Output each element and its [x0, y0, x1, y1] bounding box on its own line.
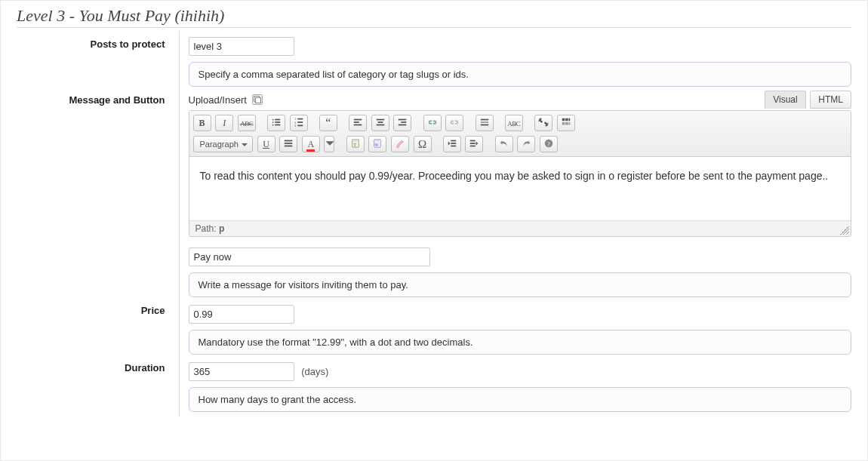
svg-rect-42: [470, 140, 476, 142]
svg-rect-31: [285, 143, 293, 144]
svg-rect-25: [565, 118, 568, 121]
svg-rect-11: [297, 125, 303, 127]
posts-to-protect-hint: Specify a comma separated list of catego…: [189, 62, 852, 87]
svg-rect-39: [451, 140, 456, 142]
svg-rect-7: [297, 118, 303, 120]
duration-unit: (days): [301, 366, 328, 377]
svg-rect-15: [377, 119, 385, 121]
editor-toolbar: B I ABC 123 “: [189, 111, 851, 157]
editor-content[interactable]: To read this content you should pay 0.99…: [189, 157, 851, 220]
page-title: Level 3 - You Must Pay (ihihih): [17, 6, 851, 28]
svg-rect-23: [480, 124, 488, 126]
message-hint: Write a message for visitors inviting th…: [189, 272, 852, 297]
paste-text-icon[interactable]: T: [346, 136, 365, 152]
insert-more-icon[interactable]: [476, 115, 494, 131]
blockquote-icon[interactable]: “: [319, 115, 337, 131]
svg-text:3: 3: [294, 124, 297, 128]
tab-visual[interactable]: Visual: [765, 91, 805, 109]
undo-icon[interactable]: [495, 136, 513, 152]
svg-rect-28: [565, 122, 568, 125]
svg-rect-34: [353, 139, 357, 141]
svg-rect-22: [480, 121, 488, 123]
svg-rect-12: [354, 119, 362, 121]
special-char-icon[interactable]: Ω: [414, 136, 432, 152]
svg-rect-3: [275, 121, 280, 123]
align-center-icon[interactable]: [371, 115, 389, 131]
help-icon[interactable]: ?: [540, 136, 558, 152]
unlink-icon[interactable]: [445, 115, 463, 131]
settings-form: Level 3 - You Must Pay (ihihih) Posts to…: [0, 0, 868, 461]
indent-icon[interactable]: [465, 136, 483, 152]
button-text-input[interactable]: [189, 247, 430, 266]
form-table: Posts to protect Specify a comma separat…: [17, 31, 851, 416]
svg-rect-26: [568, 118, 570, 121]
svg-rect-21: [480, 119, 488, 121]
label-price: Price: [17, 302, 179, 359]
kitchen-sink-icon[interactable]: [557, 115, 575, 131]
svg-rect-43: [470, 143, 476, 144]
svg-text:W: W: [375, 143, 379, 147]
svg-rect-20: [399, 124, 407, 126]
spellcheck-icon[interactable]: ABC: [505, 115, 523, 131]
svg-text:?: ?: [547, 141, 550, 148]
redo-icon[interactable]: [517, 136, 535, 152]
price-input[interactable]: [189, 305, 294, 324]
svg-rect-27: [562, 122, 565, 125]
outdent-icon[interactable]: [443, 136, 461, 152]
strikethrough-icon[interactable]: ABC: [238, 115, 256, 131]
svg-rect-14: [354, 124, 362, 126]
resize-handle-icon[interactable]: [840, 226, 849, 235]
svg-rect-18: [399, 119, 407, 121]
remove-format-icon[interactable]: [391, 136, 409, 152]
svg-point-4: [272, 124, 274, 126]
svg-rect-32: [285, 146, 293, 147]
svg-rect-44: [470, 146, 476, 147]
text-color-icon[interactable]: A: [302, 136, 320, 152]
unordered-list-icon[interactable]: [267, 115, 285, 131]
editor-path-value[interactable]: p: [219, 223, 224, 234]
underline-icon[interactable]: U: [257, 136, 275, 152]
svg-rect-41: [451, 146, 456, 147]
align-right-icon[interactable]: [393, 115, 411, 131]
upload-insert-label: Upload/Insert: [189, 94, 247, 106]
editor-tabs: Visual HTML: [763, 91, 851, 109]
svg-rect-19: [402, 121, 407, 123]
align-left-icon[interactable]: [349, 115, 367, 131]
tab-html[interactable]: HTML: [810, 91, 851, 109]
ordered-list-icon[interactable]: 123: [290, 115, 308, 131]
duration-hint: How many days to grant the access.: [189, 387, 852, 412]
editor-path-bar: Path: p: [189, 220, 851, 236]
price-hint: Mandatory use the format "12.99", with a…: [189, 330, 852, 355]
add-media-icon[interactable]: [252, 94, 263, 105]
italic-icon[interactable]: I: [215, 115, 233, 131]
svg-rect-30: [285, 140, 293, 142]
text-color-dropdown-icon[interactable]: [324, 136, 334, 152]
svg-rect-17: [377, 124, 385, 126]
svg-rect-24: [562, 118, 565, 121]
svg-point-0: [272, 119, 274, 121]
svg-rect-1: [275, 119, 280, 121]
duration-input[interactable]: [189, 362, 294, 381]
svg-rect-9: [297, 121, 303, 123]
label-message: Message and Button: [17, 91, 179, 302]
posts-to-protect-input[interactable]: [189, 37, 294, 56]
svg-rect-5: [275, 124, 280, 126]
svg-rect-40: [451, 143, 456, 144]
rich-text-editor: B I ABC 123 “: [189, 110, 852, 237]
editor-path-label: Path:: [195, 223, 217, 234]
svg-point-2: [272, 121, 274, 123]
svg-rect-37: [376, 139, 380, 141]
label-posts: Posts to protect: [17, 31, 179, 91]
paste-word-icon[interactable]: W: [368, 136, 386, 152]
fullscreen-icon[interactable]: [534, 115, 553, 131]
link-icon[interactable]: [423, 115, 442, 131]
format-select[interactable]: Paragraph: [193, 136, 253, 152]
align-justify-icon[interactable]: [279, 136, 297, 152]
label-duration: Duration: [17, 359, 179, 416]
svg-rect-16: [377, 121, 383, 123]
svg-rect-13: [354, 121, 359, 123]
svg-rect-29: [568, 122, 570, 125]
bold-icon[interactable]: B: [193, 115, 211, 131]
